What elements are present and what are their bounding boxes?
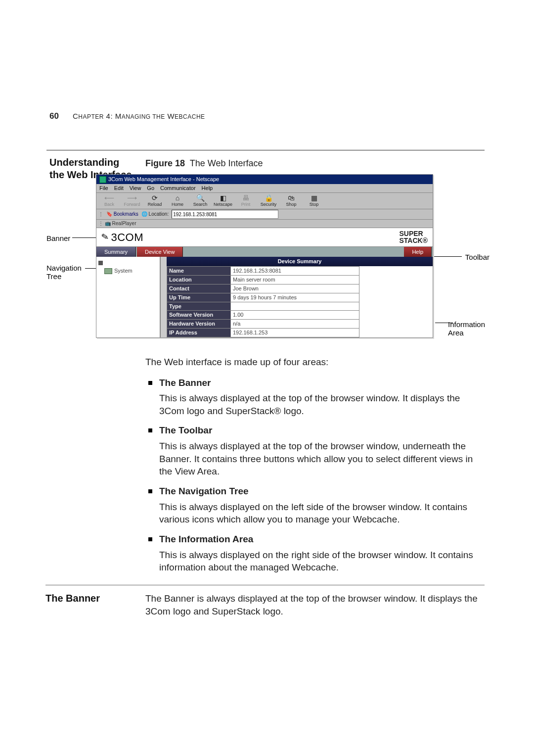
- back-icon: ⟵: [104, 194, 114, 201]
- collapse-icon: [98, 261, 103, 265]
- search-button[interactable]: 🔍Search: [189, 194, 211, 208]
- home-icon: ⌂: [176, 194, 179, 201]
- bookmarks-label[interactable]: 🔖 Bookmarks: [106, 211, 138, 218]
- table-row: Name192.168.1.253:8081: [167, 267, 359, 276]
- page-number: 60: [49, 111, 59, 121]
- menu-help[interactable]: Help: [202, 185, 213, 192]
- information-area: Device Summary Name192.168.1.253:8081 Lo…: [167, 257, 433, 337]
- menu-go[interactable]: Go: [147, 185, 154, 192]
- forward-button[interactable]: ⟶Forward: [121, 194, 143, 208]
- print-button[interactable]: 🖶Print: [235, 194, 257, 208]
- tree-system-node[interactable]: System: [104, 267, 158, 275]
- toolbar-tabs: Summary Device View Help: [96, 247, 433, 257]
- chapter-title: CHAPTER 4: MANAGING THE WEBCACHE: [73, 112, 205, 120]
- search-icon: 🔍: [196, 194, 205, 201]
- browser-toolbar: ⟵Back ⟶Forward ⟳Reload ⌂Home 🔍Search ◧Ne…: [96, 193, 433, 209]
- stop-button[interactable]: ▦Stop: [303, 194, 325, 208]
- reload-button[interactable]: ⟳Reload: [144, 194, 166, 208]
- superstack-logo: SUPER STACK®: [400, 230, 428, 244]
- table-row: ContactJoe Brown: [167, 284, 359, 293]
- forward-icon: ⟶: [127, 194, 137, 201]
- menubar: File Edit View Go Communicator Help: [96, 184, 433, 193]
- netscape-icon: ◧: [220, 194, 226, 201]
- stop-icon: ▦: [311, 194, 317, 201]
- tab-help[interactable]: Help: [404, 247, 432, 257]
- navigation-tree: System: [96, 257, 160, 337]
- tab-device-view[interactable]: Device View: [137, 247, 183, 257]
- subbar: ⋮ 📺 RealPlayer: [96, 220, 433, 228]
- subsection-heading: The Banner: [45, 592, 133, 605]
- menu-file[interactable]: File: [99, 185, 108, 192]
- table-row: LocationMain server room: [167, 276, 359, 284]
- callout-banner: Banner: [46, 234, 70, 243]
- table-row: Type: [167, 302, 359, 311]
- list-item: The Navigation Tree This is always displ…: [145, 485, 485, 526]
- print-icon: 🖶: [242, 194, 249, 201]
- subsection-body: The Banner is always displayed at the to…: [145, 592, 485, 617]
- table-row: Hardware Versionn/a: [167, 320, 359, 329]
- system-icon: [104, 268, 112, 274]
- callout-navtree: Navigation Tree: [46, 264, 91, 281]
- app-icon: [99, 176, 106, 183]
- window-titlebar: 3Com Web Management Interface - Netscape: [96, 175, 433, 184]
- shop-button[interactable]: 🛍Shop: [280, 194, 302, 208]
- feature-list: The Banner This is always displayed at t…: [145, 377, 485, 574]
- section-rule: [46, 150, 485, 150]
- home-button[interactable]: ⌂Home: [167, 194, 188, 208]
- tree-root[interactable]: [98, 261, 158, 265]
- section-rule: [45, 585, 485, 585]
- security-icon: 🔒: [265, 194, 273, 201]
- table-row: Software Version1.00: [167, 311, 359, 320]
- back-button[interactable]: ⟵Back: [98, 194, 120, 208]
- menu-communicator[interactable]: Communicator: [160, 185, 196, 192]
- reload-icon: ⟳: [152, 194, 158, 201]
- list-item: The Toolbar This is always displayed at …: [145, 424, 485, 478]
- table-row: IP Address192.168.1.253: [167, 329, 359, 337]
- list-item: The Information Area This is always disp…: [145, 533, 485, 574]
- security-button[interactable]: 🔒Security: [258, 194, 279, 208]
- device-summary-table: Name192.168.1.253:8081 LocationMain serv…: [167, 266, 359, 337]
- location-bar: ⋮ 🔖 Bookmarks 🌐 Location:: [96, 209, 433, 220]
- location-input[interactable]: [172, 210, 278, 219]
- intro-text: The Web interface is made up of four are…: [145, 356, 485, 369]
- tab-summary[interactable]: Summary: [96, 247, 136, 257]
- handle-icon: ⋮: [98, 211, 103, 218]
- menu-edit[interactable]: Edit: [114, 185, 124, 192]
- callout-info: Information Area: [448, 321, 497, 337]
- menu-view[interactable]: View: [130, 185, 141, 192]
- shop-icon: 🛍: [288, 194, 295, 201]
- netscape-button[interactable]: ◧Netscape: [212, 194, 234, 208]
- figure-caption: Figure 18 The Web Interface: [145, 157, 485, 169]
- callout-toolbar: Toolbar: [465, 252, 490, 262]
- table-row: Up Time9 days 19 hours 7 minutes: [167, 293, 359, 302]
- 3com-logo: ✎ 3COM: [101, 230, 143, 245]
- list-item: The Banner This is always displayed at t…: [145, 377, 485, 418]
- tree-scrollbar[interactable]: [160, 257, 167, 337]
- figure-screenshot: Banner Navigation Tree Toolbar Informati…: [46, 174, 485, 338]
- banner-area: ✎ 3COM SUPER STACK®: [96, 228, 433, 247]
- 3com-swirl-icon: ✎: [100, 231, 110, 244]
- device-summary-title: Device Summary: [167, 257, 433, 266]
- location-label: 🌐 Location:: [141, 211, 169, 218]
